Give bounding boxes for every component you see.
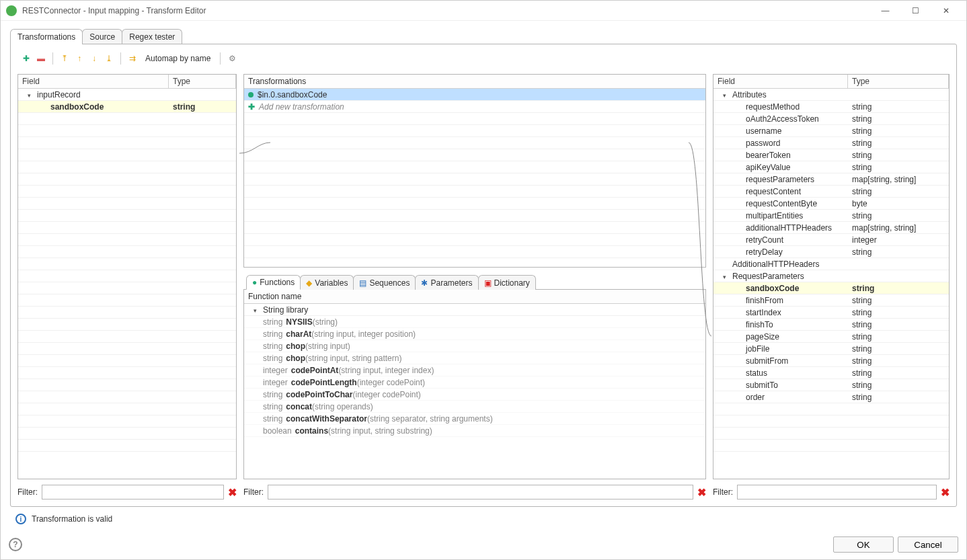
filter-label: Filter: bbox=[713, 487, 733, 497]
tab-transformations[interactable]: Transformations bbox=[10, 29, 83, 44]
add-transformation-row[interactable]: ✚Add new transformation bbox=[244, 101, 705, 113]
filter-input-right[interactable] bbox=[737, 485, 937, 499]
automap-button[interactable]: Automap by name bbox=[141, 52, 215, 65]
center-panel: Transformations $in.0.sandboxCode✚Add ne… bbox=[243, 74, 706, 499]
functions-box[interactable]: Function name String library string NYSI… bbox=[243, 290, 706, 479]
window-title: RESTConnector - Input mapping - Transfor… bbox=[22, 6, 870, 15]
tree-row-group[interactable]: RequestParameters bbox=[713, 270, 949, 282]
cancel-button[interactable]: Cancel bbox=[898, 536, 958, 553]
tab-regex-tester[interactable]: Regex tester bbox=[122, 29, 182, 44]
sub-tabs: ●Functions ◆Variables ▤Sequences ✱Parame… bbox=[243, 274, 706, 290]
app-icon bbox=[6, 5, 17, 16]
filter-input-center[interactable] bbox=[268, 485, 693, 499]
move-up-icon[interactable]: ↑ bbox=[73, 52, 85, 65]
col-type[interactable]: Type bbox=[848, 75, 949, 88]
table-row[interactable]: oAuth2AccessTokenstring bbox=[713, 113, 949, 125]
move-top-icon[interactable]: ⤒ bbox=[59, 52, 71, 65]
table-row[interactable]: retryDelaystring bbox=[713, 246, 949, 258]
table-row[interactable]: finishFromstring bbox=[713, 294, 949, 307]
function-row[interactable]: string concat(string operands) bbox=[244, 401, 705, 413]
clear-filter-icon[interactable]: ✖ bbox=[697, 486, 706, 499]
col-field[interactable]: Field bbox=[18, 75, 169, 88]
col-field[interactable]: Field bbox=[713, 75, 848, 88]
clear-filter-icon[interactable]: ✖ bbox=[228, 486, 237, 499]
table-row[interactable]: submitFromstring bbox=[713, 355, 949, 367]
tab-parameters[interactable]: ✱Parameters bbox=[415, 275, 478, 290]
table-row[interactable]: finishTostring bbox=[713, 319, 949, 331]
ok-button[interactable]: OK bbox=[833, 536, 894, 553]
automap-icon[interactable]: ⇉ bbox=[126, 52, 139, 65]
function-row[interactable]: string charAt(string input, integer posi… bbox=[244, 328, 705, 340]
tree-row-group[interactable]: AdditionalHTTPHeaders bbox=[713, 258, 949, 270]
col-type[interactable]: Type bbox=[169, 75, 236, 88]
function-row[interactable]: string NYSIIS(string) bbox=[244, 316, 705, 328]
table-row[interactable]: sandboxCodestring bbox=[713, 282, 949, 294]
tree-row-group[interactable]: String library bbox=[244, 304, 705, 316]
function-row[interactable]: string chop(string input) bbox=[244, 340, 705, 352]
tab-sequences[interactable]: ▤Sequences bbox=[353, 275, 416, 290]
table-row[interactable]: statusstring bbox=[713, 367, 949, 379]
function-row[interactable]: string chop(string input, string pattern… bbox=[244, 352, 705, 364]
footer: ? OK Cancel bbox=[1, 532, 966, 559]
remove-icon[interactable]: ▬ bbox=[35, 52, 47, 65]
output-panel: Field Type AttributesrequestMethodstring… bbox=[713, 74, 950, 499]
input-panel: Field Type inputRecord sandboxCodestring… bbox=[17, 74, 237, 499]
tab-dictionary[interactable]: ▣Dictionary bbox=[478, 275, 536, 290]
transformations-box: Transformations $in.0.sandboxCode✚Add ne… bbox=[243, 74, 706, 268]
table-row[interactable]: requestContentstring bbox=[713, 186, 949, 198]
info-icon: i bbox=[15, 514, 26, 524]
function-row[interactable]: string codePointToChar(integer codePoint… bbox=[244, 389, 705, 401]
table-row[interactable]: sandboxCodestring bbox=[18, 101, 236, 113]
transformation-row[interactable]: $in.0.sandboxCode bbox=[244, 89, 705, 101]
tree-row-root[interactable]: inputRecord bbox=[18, 89, 236, 101]
transformations-header: Transformations bbox=[244, 75, 705, 89]
table-row[interactable]: retryCountinteger bbox=[713, 234, 949, 246]
table-row[interactable]: requestParametersmap[string, string] bbox=[713, 173, 949, 186]
tab-variables[interactable]: ◆Variables bbox=[300, 275, 354, 290]
status-bar: i Transformation is valid bbox=[10, 507, 957, 527]
move-bottom-icon[interactable]: ⤓ bbox=[103, 52, 115, 65]
function-row[interactable]: string concatWithSeparator(string separa… bbox=[244, 413, 705, 425]
table-row[interactable]: multipartEntitiesstring bbox=[713, 210, 949, 222]
maximize-button[interactable]: ☐ bbox=[900, 1, 931, 20]
clear-filter-icon[interactable]: ✖ bbox=[941, 486, 950, 499]
table-row[interactable]: submitTostring bbox=[713, 379, 949, 391]
filter-input-left[interactable] bbox=[42, 485, 224, 499]
close-button[interactable]: ✕ bbox=[931, 1, 961, 20]
table-row[interactable]: usernamestring bbox=[713, 125, 949, 137]
table-row[interactable]: additionalHTTPHeadersmap[string, string] bbox=[713, 222, 949, 234]
table-row[interactable]: bearerTokenstring bbox=[713, 149, 949, 161]
function-row[interactable]: integer codePointAt(string input, intege… bbox=[244, 364, 705, 376]
gears-icon[interactable]: ⚙ bbox=[226, 52, 238, 65]
minimize-button[interactable]: — bbox=[870, 1, 900, 20]
output-grid[interactable]: Field Type AttributesrequestMethodstring… bbox=[713, 74, 950, 479]
table-row[interactable]: pageSizestring bbox=[713, 331, 949, 343]
window: RESTConnector - Input mapping - Transfor… bbox=[0, 0, 967, 560]
toolbar: ✚ ▬ ⤒ ↑ ↓ ⤓ ⇉ Automap by name ⚙ bbox=[17, 51, 950, 69]
tree-row-group[interactable]: Attributes bbox=[713, 89, 949, 101]
input-grid[interactable]: Field Type inputRecord sandboxCodestring bbox=[17, 74, 237, 479]
functions-header: Function name bbox=[244, 290, 705, 304]
tab-functions[interactable]: ●Functions bbox=[246, 275, 301, 290]
status-text: Transformation is valid bbox=[32, 514, 112, 524]
function-row[interactable]: integer codePointLength(integer codePoin… bbox=[244, 376, 705, 389]
function-row[interactable]: boolean contains(string input, string su… bbox=[244, 425, 705, 437]
table-row[interactable]: orderstring bbox=[713, 391, 949, 403]
table-row[interactable]: requestContentBytebyte bbox=[713, 198, 949, 210]
table-row[interactable]: passwordstring bbox=[713, 137, 949, 149]
table-row[interactable]: requestMethodstring bbox=[713, 101, 949, 113]
main-frame: ✚ ▬ ⤒ ↑ ↓ ⤓ ⇉ Automap by name ⚙ Field bbox=[10, 44, 957, 507]
table-row[interactable]: jobFilestring bbox=[713, 343, 949, 355]
table-row[interactable]: startIndexstring bbox=[713, 307, 949, 319]
titlebar: RESTConnector - Input mapping - Transfor… bbox=[1, 1, 966, 21]
main-tabs: Transformations Source Regex tester bbox=[10, 29, 957, 44]
table-row[interactable]: apiKeyValuestring bbox=[713, 161, 949, 173]
help-icon[interactable]: ? bbox=[9, 538, 22, 551]
add-icon[interactable]: ✚ bbox=[20, 52, 32, 65]
move-down-icon[interactable]: ↓ bbox=[88, 52, 100, 65]
filter-label: Filter: bbox=[243, 487, 264, 497]
filter-label: Filter: bbox=[17, 487, 38, 497]
tab-source[interactable]: Source bbox=[82, 29, 122, 44]
